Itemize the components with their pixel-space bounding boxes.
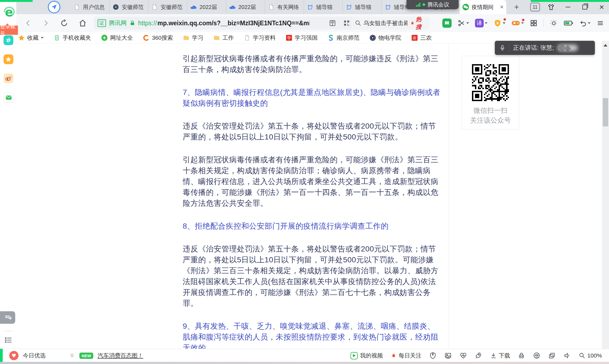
menu-button[interactable]: [596, 19, 604, 27]
home-button[interactable]: [75, 14, 90, 32]
translate-button[interactable]: 译: [475, 19, 487, 27]
tab[interactable]: 243652022届: [187, 0, 226, 14]
restore-button[interactable]: [577, 0, 592, 14]
theme-skin-button[interactable]: [544, 0, 558, 14]
windows-icon[interactable]: [548, 352, 556, 359]
tab-count-badge[interactable]: 11: [530, 3, 540, 11]
status-dot-icon: [422, 3, 425, 6]
games-button[interactable]: [511, 20, 524, 27]
address-bar[interactable]: 证 腾讯网 https:// mp.weixin.qq.com/s?__biz=…: [94, 17, 377, 30]
microphone-icon: [499, 44, 506, 51]
hot-search-button[interactable]: 热搜: [410, 15, 427, 31]
night-mode-button[interactable]: [550, 19, 558, 27]
forward-button[interactable]: [38, 14, 53, 32]
apps-grid-button[interactable]: [530, 19, 537, 27]
tencent-meeting-pill[interactable]: 腾讯会议: [406, 0, 459, 9]
tab[interactable]: 有关网络: [265, 0, 304, 14]
svg-text:学: 学: [287, 36, 291, 40]
tab-label: 2022届: [238, 4, 256, 11]
tab[interactable]: 辅导猫: [304, 0, 343, 14]
tab[interactable]: 243652022届: [226, 0, 265, 14]
sidebar-weibo-icon[interactable]: [4, 73, 13, 83]
bookmark-item[interactable]: 学习: [183, 34, 203, 42]
today-pick-heart-icon[interactable]: [9, 351, 18, 360]
sidebar-mail-icon[interactable]: [4, 92, 14, 103]
my-videos-button[interactable]: 我的视频: [350, 352, 383, 359]
sidebar-customize-button[interactable]: [0, 311, 15, 324]
tab[interactable]: 用户信息: [71, 0, 110, 14]
new-tab-button[interactable]: +: [512, 2, 521, 12]
wechat-icon: [462, 4, 469, 11]
novel-book-button[interactable]: [442, 18, 452, 28]
search-icon: [355, 20, 361, 26]
translate-dropdown-icon[interactable]: [485, 22, 487, 24]
browser-logo[interactable]: e: [2, 4, 16, 21]
paper-plane-icon: [51, 4, 57, 10]
zoom-control[interactable]: 100%: [579, 352, 602, 359]
tab[interactable]: 安徽师范: [110, 0, 148, 14]
compatibility-e-icon[interactable]: [533, 352, 540, 359]
page-icon: [73, 4, 80, 11]
collapse-chevrons-icon[interactable]: [69, 352, 75, 359]
pinned-tab-navigator[interactable]: [48, 1, 60, 13]
screenshot-image-icon[interactable]: [444, 352, 452, 359]
speaker-icon[interactable]: [563, 352, 571, 359]
sidebar-favorites-icon[interactable]: [4, 54, 13, 64]
zoom-level-value: 100%: [587, 352, 602, 359]
screenshot-dropdown-icon[interactable]: [466, 22, 469, 24]
scrollbar-up-arrow-icon[interactable]: [604, 44, 607, 46]
bookmark-item[interactable]: 手机收藏夹: [53, 34, 91, 42]
search-box[interactable]: 乌女狙击手被击毙 热搜: [352, 17, 430, 30]
undo-closed-tab-button[interactable]: [579, 19, 591, 27]
games-dropdown-icon[interactable]: [521, 22, 524, 24]
download-button[interactable]: 下载: [490, 352, 510, 359]
search-input[interactable]: 乌女狙击手被击毙: [363, 19, 408, 27]
download-label: 下载: [499, 352, 510, 359]
bookmark-item[interactable]: 农三农: [411, 34, 432, 42]
undo-dropdown-icon[interactable]: [588, 22, 591, 24]
screenshot-button[interactable]: [458, 19, 469, 27]
bookmark-item[interactable]: 南京师范: [327, 34, 359, 42]
notification-dot: [522, 19, 524, 21]
cloud-icon: 24365: [190, 4, 197, 11]
boost-rocket-icon[interactable]: [475, 352, 482, 359]
refresh-button[interactable]: [57, 14, 72, 32]
login-account-tag[interactable]: 登录账号: [0, 26, 18, 35]
close-window-button[interactable]: ×: [594, 0, 609, 14]
adblock-lock-icon[interactable]: [518, 352, 525, 359]
toolbar-separator: [543, 19, 544, 27]
wallet-shield-button[interactable]: ¥: [493, 19, 505, 27]
my-videos-label: 我的视频: [360, 352, 383, 359]
reader-mode-icon[interactable]: [329, 19, 336, 27]
bookmark-item[interactable]: 物电学院: [369, 34, 401, 42]
qr-caption-line2: 关注该公众号: [462, 115, 519, 125]
daily-follow-button[interactable]: 每日关注: [390, 352, 421, 359]
today-pick-label[interactable]: 今日优选: [23, 352, 46, 359]
article-heading: 9、具有发热、干咳、乏力、嗅觉味觉减退、鼻塞、流涕、咽痛、结膜炎、肌痛和腹泻等症…: [183, 321, 442, 349]
article-paragraph: 引起新型冠状病毒传播或者有传播严重危险的，可能涉嫌《刑法》第三百三十条相关规定，…: [183, 154, 442, 209]
bookmark-dropdown-icon[interactable]: [41, 37, 44, 39]
bookmark-item[interactable]: 收藏: [18, 34, 44, 42]
tab-active[interactable]: 疫情期间×: [459, 0, 506, 14]
play-icon: [350, 352, 358, 359]
bookmark-label: 南京师范: [337, 34, 359, 42]
bookmark-item[interactable]: 工作: [213, 34, 234, 42]
security-shield-icon[interactable]: [429, 352, 437, 359]
bookmark-item[interactable]: 学习资料: [244, 34, 276, 42]
bookmark-item[interactable]: 网址大全: [101, 34, 133, 42]
sidebar-list-icon[interactable]: [4, 336, 13, 344]
promo-link[interactable]: 汽车消费百态图！: [98, 352, 143, 359]
back-button[interactable]: [21, 14, 36, 32]
qr-share-icon[interactable]: [343, 19, 350, 27]
tab[interactable]: 安徽师范: [148, 0, 187, 14]
battery-saver-button[interactable]: [564, 20, 573, 27]
minimize-button[interactable]: [561, 0, 575, 14]
tab-close-icon[interactable]: ×: [500, 4, 504, 10]
bookmark-item[interactable]: 学学习强国: [285, 34, 318, 42]
bookmark-item[interactable]: 360搜索: [143, 34, 173, 42]
wallet-dropdown-icon[interactable]: [503, 22, 505, 24]
scrollbar-thumb[interactable]: [603, 98, 608, 126]
tab[interactable]: 辅导猫: [343, 0, 382, 14]
health-heart-icon[interactable]: [459, 352, 467, 359]
page-scrollbar[interactable]: [602, 41, 609, 349]
